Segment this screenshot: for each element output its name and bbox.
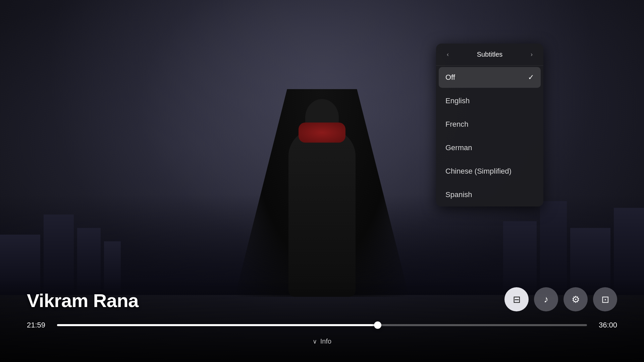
subtitle-option-off[interactable]: Off ✓: [439, 67, 541, 88]
subtitle-option-label: French: [445, 120, 468, 129]
chevron-down-icon: ∨: [313, 338, 317, 345]
current-time: 21:59: [27, 321, 50, 329]
audio-icon: ♪: [544, 294, 548, 305]
subtitle-option-label: Chinese (Simplified): [445, 167, 512, 176]
info-label: Info: [320, 338, 331, 345]
title-row: Vikram Rana ⊟ ♪ ⚙ ⊡: [27, 287, 617, 311]
subtitle-option-label: Off: [445, 73, 455, 82]
subtitle-option-german[interactable]: German: [436, 136, 543, 160]
panel-prev-button[interactable]: ‹: [444, 50, 451, 59]
subtitles-panel: ‹ Subtitles › Off ✓ English French Germa…: [436, 44, 543, 206]
movie-title: Vikram Rana: [27, 290, 139, 311]
settings-button[interactable]: ⚙: [564, 287, 588, 311]
audio-button[interactable]: ♪: [534, 287, 558, 311]
subtitle-option-label: English: [445, 97, 470, 105]
progress-fill: [57, 324, 378, 326]
subtitles-button[interactable]: ⊟: [504, 287, 529, 311]
check-icon: ✓: [528, 73, 534, 82]
pip-button[interactable]: ⊡: [593, 287, 617, 311]
panel-title: Subtitles: [451, 51, 528, 58]
subtitle-option-french[interactable]: French: [436, 113, 543, 136]
bottom-controls: Vikram Rana ⊟ ♪ ⚙ ⊡ 21:59 36:0: [0, 287, 644, 345]
settings-icon: ⚙: [572, 294, 580, 305]
progress-area: 21:59 36:00: [27, 321, 617, 329]
progress-thumb[interactable]: [374, 321, 381, 329]
icon-buttons: ⊟ ♪ ⚙ ⊡: [504, 287, 617, 311]
subtitle-option-spanish[interactable]: Spanish: [436, 183, 543, 206]
progress-bar[interactable]: [57, 324, 587, 326]
info-row[interactable]: ∨ Info: [27, 338, 617, 345]
panel-next-button[interactable]: ›: [528, 50, 535, 59]
subtitles-icon: ⊟: [513, 294, 521, 305]
subtitle-option-chinese-simplified[interactable]: Chinese (Simplified): [436, 160, 543, 183]
end-time: 36:00: [594, 321, 617, 329]
panel-header: ‹ Subtitles ›: [436, 44, 543, 66]
hero-figure: [235, 56, 409, 297]
subtitle-option-label: Spanish: [445, 190, 472, 199]
pip-icon: ⊡: [601, 294, 609, 305]
subtitle-option-english[interactable]: English: [436, 89, 543, 113]
subtitle-option-label: German: [445, 143, 472, 152]
